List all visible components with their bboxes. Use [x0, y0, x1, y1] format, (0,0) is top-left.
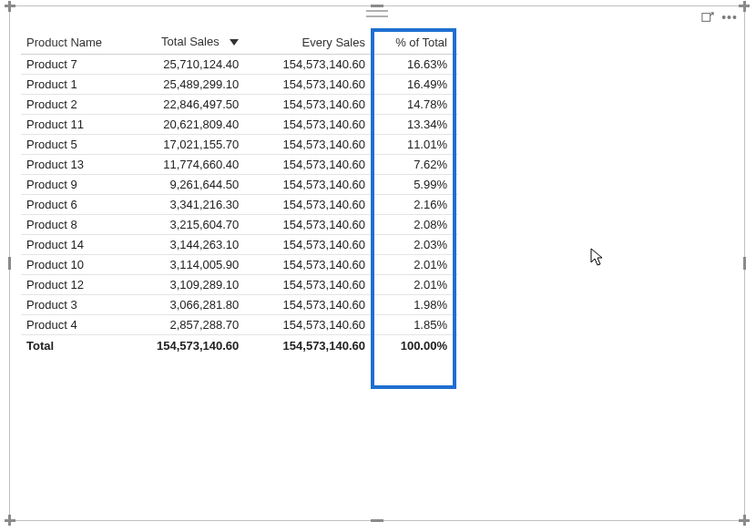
cell-pct-of-total: 2.03% — [371, 235, 458, 255]
cell-total-sales: 3,144,263.10 — [128, 235, 244, 255]
table-row[interactable]: Product 517,021,155.70154,573,140.6011.0… — [21, 135, 458, 155]
focus-mode-icon[interactable] — [700, 10, 715, 25]
resize-handle[interactable] — [5, 519, 15, 522]
cell-pct-of-total: 11.01% — [371, 135, 458, 155]
cell-pct-of-total: 2.01% — [371, 255, 458, 275]
cell-product-name: Product 6 — [21, 195, 128, 215]
resize-handle[interactable] — [371, 519, 383, 522]
resize-handle[interactable] — [371, 5, 383, 7]
total-row: Total 154,573,140.60 154,573,140.60 100.… — [21, 335, 458, 356]
resize-handle[interactable] — [739, 519, 750, 522]
sort-descending-icon — [230, 36, 239, 49]
table-row[interactable]: Product 99,261,644.50154,573,140.605.99% — [21, 175, 458, 195]
total-sales: 154,573,140.60 — [128, 335, 244, 356]
cell-product-name: Product 10 — [21, 255, 128, 275]
cell-product-name: Product 8 — [21, 215, 128, 235]
table-row[interactable]: Product 103,114,005.90154,573,140.602.01… — [21, 255, 458, 275]
cell-every-sales: 154,573,140.60 — [244, 215, 371, 235]
column-header-label: Total Sales — [161, 35, 220, 48]
column-header-total-sales[interactable]: Total Sales — [128, 32, 244, 55]
column-header-every-sales[interactable]: Every Sales — [244, 32, 371, 55]
cell-pct-of-total: 7.62% — [371, 155, 458, 175]
cell-product-name: Product 2 — [21, 95, 128, 115]
column-header-product-name[interactable]: Product Name — [21, 32, 128, 55]
cell-every-sales: 154,573,140.60 — [244, 135, 371, 155]
table-row[interactable]: Product 125,489,299.10154,573,140.6016.4… — [21, 75, 458, 95]
cell-every-sales: 154,573,140.60 — [244, 175, 371, 195]
cell-product-name: Product 14 — [21, 235, 128, 255]
cell-pct-of-total: 2.08% — [371, 215, 458, 235]
cell-total-sales: 17,021,155.70 — [128, 135, 244, 155]
cell-product-name: Product 3 — [21, 295, 128, 315]
resize-handle[interactable] — [739, 5, 750, 7]
cell-every-sales: 154,573,140.60 — [244, 75, 371, 95]
total-every: 154,573,140.60 — [244, 335, 371, 356]
cell-total-sales: 3,109,289.10 — [128, 275, 244, 295]
cell-every-sales: 154,573,140.60 — [244, 55, 371, 75]
drag-grip-icon[interactable] — [366, 10, 388, 17]
cell-pct-of-total: 1.98% — [371, 295, 458, 315]
visual-frame[interactable]: ••• Product Name Total Sales Every Sales… — [9, 5, 745, 521]
cell-total-sales: 3,066,281.80 — [128, 295, 244, 315]
cell-pct-of-total: 16.49% — [371, 75, 458, 95]
more-options-icon[interactable]: ••• — [722, 10, 737, 25]
cell-total-sales: 22,846,497.50 — [128, 95, 244, 115]
table-row[interactable]: Product 33,066,281.80154,573,140.601.98% — [21, 295, 458, 315]
cell-pct-of-total: 14.78% — [371, 95, 458, 115]
cell-product-name: Product 4 — [21, 315, 128, 335]
table-row[interactable]: Product 63,341,216.30154,573,140.602.16% — [21, 195, 458, 215]
total-label: Total — [21, 335, 128, 356]
cell-pct-of-total: 16.63% — [371, 55, 458, 75]
cell-total-sales: 3,215,604.70 — [128, 215, 244, 235]
cell-product-name: Product 1 — [21, 75, 128, 95]
cell-total-sales: 25,489,299.10 — [128, 75, 244, 95]
cell-every-sales: 154,573,140.60 — [244, 315, 371, 335]
table-row[interactable]: Product 1120,621,809.40154,573,140.6013.… — [21, 115, 458, 135]
table-row[interactable]: Product 143,144,263.10154,573,140.602.03… — [21, 235, 458, 255]
cell-every-sales: 154,573,140.60 — [244, 95, 371, 115]
table-row[interactable]: Product 42,857,288.70154,573,140.601.85% — [21, 315, 458, 335]
cell-product-name: Product 11 — [21, 115, 128, 135]
cell-pct-of-total: 1.85% — [371, 315, 458, 335]
cell-every-sales: 154,573,140.60 — [244, 115, 371, 135]
table-row[interactable]: Product 222,846,497.50154,573,140.6014.7… — [21, 95, 458, 115]
svg-rect-0 — [702, 14, 710, 22]
cell-pct-of-total: 2.16% — [371, 195, 458, 215]
cell-every-sales: 154,573,140.60 — [244, 295, 371, 315]
cell-product-name: Product 12 — [21, 275, 128, 295]
table-row[interactable]: Product 1311,774,660.40154,573,140.607.6… — [21, 155, 458, 175]
table-row[interactable]: Product 83,215,604.70154,573,140.602.08% — [21, 215, 458, 235]
cell-pct-of-total: 2.01% — [371, 275, 458, 295]
cell-every-sales: 154,573,140.60 — [244, 255, 371, 275]
cell-total-sales: 11,774,660.40 — [128, 155, 244, 175]
total-pct: 100.00% — [371, 335, 458, 356]
cell-product-name: Product 5 — [21, 135, 128, 155]
cell-total-sales: 9,261,644.50 — [128, 175, 244, 195]
resize-handle[interactable] — [8, 257, 11, 270]
cell-product-name: Product 7 — [21, 55, 128, 75]
cell-total-sales: 3,341,216.30 — [128, 195, 244, 215]
cell-total-sales: 25,710,124.40 — [128, 55, 244, 75]
cell-every-sales: 154,573,140.60 — [244, 235, 371, 255]
resize-handle[interactable] — [743, 257, 746, 270]
cell-every-sales: 154,573,140.60 — [244, 195, 371, 215]
cell-total-sales: 20,621,809.40 — [128, 115, 244, 135]
table-row[interactable]: Product 725,710,124.40154,573,140.6016.6… — [21, 55, 458, 75]
table-row[interactable]: Product 123,109,289.10154,573,140.602.01… — [21, 275, 458, 295]
cell-pct-of-total: 13.34% — [371, 115, 458, 135]
cell-total-sales: 2,857,288.70 — [128, 315, 244, 335]
cell-every-sales: 154,573,140.60 — [244, 155, 371, 175]
data-table: Product Name Total Sales Every Sales % o… — [21, 32, 458, 355]
cell-every-sales: 154,573,140.60 — [244, 275, 371, 295]
resize-handle[interactable] — [5, 5, 15, 7]
cell-pct-of-total: 5.99% — [371, 175, 458, 195]
cell-product-name: Product 9 — [21, 175, 128, 195]
column-header-pct-of-total[interactable]: % of Total — [371, 32, 458, 55]
cell-product-name: Product 13 — [21, 155, 128, 175]
cell-total-sales: 3,114,005.90 — [128, 255, 244, 275]
